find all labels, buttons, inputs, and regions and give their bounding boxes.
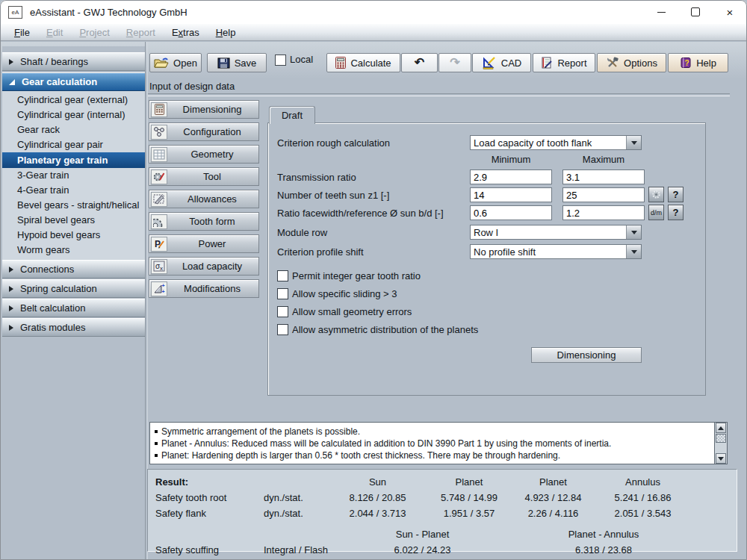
scroll-up-button[interactable] — [716, 423, 726, 433]
sidebar-item-planetary-gear-train[interactable]: Planetary gear train — [2, 152, 145, 168]
section-label: Spring calculation — [20, 283, 97, 294]
ratio-facewidth-min-input[interactable] — [470, 205, 552, 220]
open-button[interactable]: Open — [149, 53, 202, 72]
dimensioning-action-button[interactable]: Dimensioning — [531, 347, 642, 363]
ruler-icon — [151, 192, 167, 207]
tooth-form-icon — [151, 214, 167, 229]
row-label: Safety scuffing — [155, 542, 264, 558]
sidebar-item-bevel-gears[interactable]: Bevel gears - straight/helical — [2, 198, 145, 213]
options-label: Options — [624, 57, 657, 69]
message-text: Planet: Hardening depth is larger than 0… — [161, 449, 560, 461]
local-checkbox[interactable] — [275, 55, 286, 66]
sidebar-item-cylindrical-gear-internal[interactable]: Cylindrical gear (internal) — [2, 108, 145, 122]
allow-geometry-errors-checkbox[interactable] — [277, 306, 288, 317]
module-row-select[interactable]: Row I — [470, 225, 642, 240]
geometry-module-button[interactable]: Geometry — [149, 145, 259, 164]
transmission-ratio-min-input[interactable] — [470, 169, 552, 184]
dropdown-button[interactable] — [626, 136, 641, 149]
report-button[interactable]: Report — [533, 53, 595, 72]
save-button[interactable]: Save — [207, 53, 267, 72]
criterion-rough-select[interactable]: Load capacity of tooth flank — [470, 135, 642, 150]
profile-shift-select[interactable]: No profile shift — [470, 244, 642, 259]
maximize-icon — [691, 7, 700, 16]
menu-extras[interactable]: Extras — [164, 27, 208, 38]
options-button[interactable]: Options — [597, 53, 666, 72]
sidebar-item-hypoid-bevel-gears[interactable]: Hypoid bevel gears — [2, 228, 145, 243]
section-label: Connections — [20, 264, 74, 275]
message-box: Symmetric arrangement of the planets is … — [149, 422, 715, 464]
allow-specific-sliding-checkbox[interactable] — [277, 288, 288, 299]
sidebar-section-connections[interactable]: Connections — [2, 260, 145, 279]
scrollbar-thumb[interactable] — [716, 434, 726, 443]
bullet-icon — [155, 442, 158, 445]
spacer — [155, 521, 693, 526]
sidebar-item-spiral-bevel-gears[interactable]: Spiral bevel gears — [2, 213, 145, 228]
sidebar-item-3-gear-train[interactable]: 3-Gear train — [2, 168, 145, 183]
sidebar-item-4-gear-train[interactable]: 4-Gear train — [2, 183, 145, 198]
module-label: Dimensioning — [167, 104, 258, 115]
sidebar-section-gear-calculation[interactable]: Gear calculation — [2, 72, 145, 91]
dm-unit-button[interactable]: d/m — [648, 205, 664, 220]
sidebar-item-cylindrical-gear-pair[interactable]: Cylindrical gear pair — [2, 137, 145, 152]
power-module-button[interactable]: P Power — [149, 234, 259, 253]
sidebar-item-worm-gears[interactable]: Worm gears — [2, 243, 145, 258]
grid-icon — [151, 147, 167, 162]
help-button[interactable]: ? Help — [668, 53, 728, 72]
dropdown-button[interactable] — [626, 225, 641, 239]
tooth-form-module-button[interactable]: Tooth form — [149, 212, 259, 231]
menu-help[interactable]: Help — [208, 27, 244, 38]
message-scrollbar[interactable] — [715, 422, 728, 464]
permit-integer-ratio-checkbox[interactable] — [277, 270, 288, 281]
transmission-ratio-max-input[interactable] — [562, 169, 645, 184]
sidebar-item-cylindrical-gear-external[interactable]: Cylindrical gear (external) — [2, 93, 145, 108]
sidebar-section-spring-calculation[interactable]: Spring calculation — [2, 279, 145, 298]
dimensioning-module-button[interactable]: Dimensioning — [149, 100, 259, 119]
calculate-label: Calculate — [350, 57, 391, 69]
close-button[interactable]: × — [713, 0, 747, 24]
tool-module-button[interactable]: Tool — [149, 167, 259, 186]
ratio-facewidth-max-input[interactable] — [562, 205, 645, 220]
spacer — [155, 526, 264, 542]
sidebar-section-belt-calculation[interactable]: Belt calculation — [2, 299, 145, 317]
load-capacity-module-button[interactable]: σx Load capacity — [149, 257, 259, 276]
collapsed-triangle-icon — [9, 286, 13, 292]
cad-button[interactable]: CAD — [472, 53, 531, 72]
power-p-icon: P — [151, 237, 167, 252]
open-folder-icon — [154, 57, 169, 69]
allow-asymmetric-checkbox[interactable] — [277, 324, 288, 335]
svg-text:?: ? — [685, 59, 689, 67]
allowances-module-button[interactable]: Allowances — [149, 190, 259, 208]
tab-draft[interactable]: Draft — [269, 106, 315, 124]
close-icon: × — [727, 6, 734, 19]
menu-project[interactable]: Project — [71, 27, 117, 38]
save-floppy-icon — [217, 57, 230, 69]
ratio-help-button[interactable]: ? — [668, 205, 684, 220]
menu-file[interactable]: File — [6, 27, 38, 38]
teeth-sun-max-input[interactable] — [562, 187, 645, 202]
teeth-sun-min-input[interactable] — [470, 187, 552, 202]
gear-icon — [651, 190, 661, 199]
menu-edit[interactable]: Edit — [38, 27, 71, 38]
teeth-help-button[interactable]: ? — [668, 187, 684, 202]
sidebar-item-gear-rack[interactable]: Gear rack — [2, 122, 145, 137]
sidebar-section-gratis-modules[interactable]: Gratis modules — [2, 318, 145, 337]
spacer — [264, 474, 331, 490]
ratio-facewidth-label: Ratio facewidth/reference Ø sun b/d [-] — [277, 208, 444, 219]
value-cell: 2.044 / 3.713 — [331, 505, 424, 521]
menu-report[interactable]: Report — [118, 27, 164, 38]
modifications-icon: ++ — [151, 281, 167, 296]
report-notepad-icon — [541, 57, 553, 69]
dropdown-button[interactable] — [626, 245, 641, 258]
minimize-button[interactable] — [644, 0, 678, 24]
modifications-module-button[interactable]: ++ Modifications — [149, 279, 259, 298]
module-label: Modifications — [167, 283, 258, 294]
scroll-down-button[interactable] — [716, 453, 726, 464]
allow-specific-sliding-label: Allow specific sliding > 3 — [292, 288, 397, 299]
calculate-button[interactable]: Calculate — [326, 53, 400, 72]
gear-tool-button[interactable] — [648, 187, 664, 202]
undo-button[interactable]: ↶ — [401, 53, 438, 72]
redo-button[interactable]: ↷ — [438, 53, 471, 72]
configuration-module-button[interactable]: Configuration — [149, 122, 259, 141]
maximize-button[interactable] — [678, 0, 713, 24]
sidebar-section-shaft-bearings[interactable]: Shaft / bearings — [2, 52, 145, 71]
